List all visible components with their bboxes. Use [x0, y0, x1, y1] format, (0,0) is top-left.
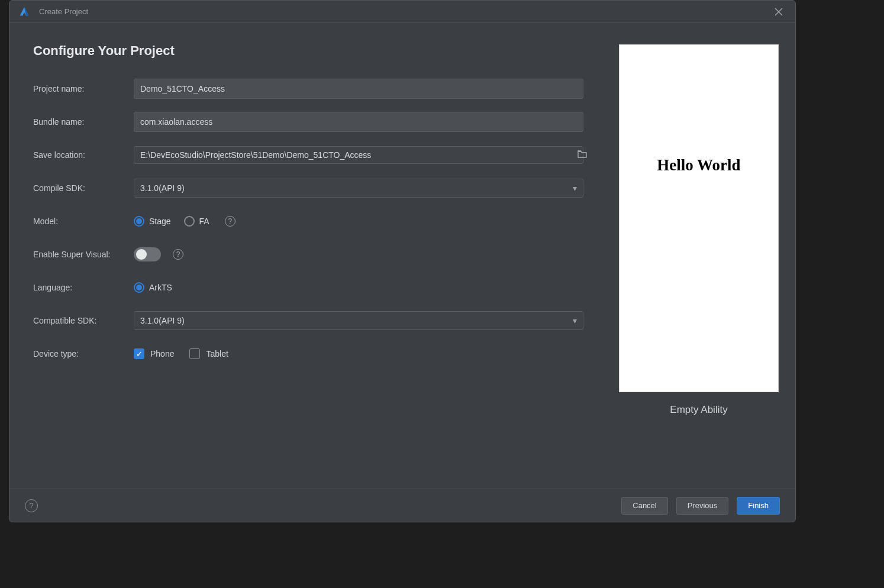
label-model: Model:	[33, 217, 134, 226]
label-project-name: Project name:	[33, 84, 134, 93]
radio-language-arkts[interactable]: ArkTS	[134, 282, 172, 293]
label-enable-super-visual: Enable Super Visual:	[33, 250, 134, 259]
app-logo-icon	[18, 5, 31, 18]
preview-frame: Hello World	[619, 44, 779, 392]
label-device-type: Device type:	[33, 349, 134, 358]
chevron-down-icon: ▾	[573, 316, 577, 325]
check-label-phone: Phone	[150, 349, 174, 358]
preview-column: Hello World Empty Ability	[619, 43, 779, 477]
checkbox-device-tablet[interactable]: ✓ Tablet	[189, 348, 228, 359]
create-project-dialog: Create Project Configure Your Project Pr…	[9, 0, 796, 522]
compile-sdk-select[interactable]: 3.1.0(API 9) ▾	[134, 179, 583, 198]
chevron-down-icon: ▾	[573, 183, 577, 193]
radio-model-stage[interactable]: Stage	[134, 216, 171, 227]
close-button[interactable]	[770, 4, 787, 20]
checkbox-device-phone[interactable]: ✓ Phone	[134, 348, 174, 359]
label-language: Language:	[33, 283, 134, 292]
titlebar-title: Create Project	[39, 7, 88, 16]
project-name-input[interactable]	[134, 79, 583, 99]
compatible-sdk-value: 3.1.0(API 9)	[140, 316, 185, 325]
row-enable-super-visual: Enable Super Visual: ?	[33, 244, 595, 264]
previous-button[interactable]: Previous	[676, 497, 729, 515]
row-save-location: Save location:	[33, 145, 595, 165]
row-device-type: Device type: ✓ Phone ✓ Tablet	[33, 344, 595, 364]
row-compile-sdk: Compile SDK: 3.1.0(API 9) ▾	[33, 178, 595, 198]
enable-super-visual-toggle[interactable]	[134, 247, 161, 261]
row-model: Model: Stage FA ?	[33, 211, 595, 231]
radio-label-fa: FA	[199, 217, 209, 226]
label-bundle-name: Bundle name:	[33, 117, 134, 127]
row-bundle-name: Bundle name:	[33, 112, 595, 132]
cancel-button[interactable]: Cancel	[621, 497, 667, 515]
radio-model-fa[interactable]: FA	[184, 216, 209, 227]
compile-sdk-value: 3.1.0(API 9)	[140, 183, 185, 193]
label-save-location: Save location:	[33, 150, 134, 160]
titlebar: Create Project	[9, 1, 795, 23]
label-compatible-sdk: Compatible SDK:	[33, 316, 134, 325]
row-language: Language: ArkTS	[33, 277, 595, 298]
radio-label-stage: Stage	[149, 217, 171, 226]
preview-caption: Empty Ability	[670, 404, 727, 416]
bundle-name-input[interactable]	[134, 112, 583, 132]
footer-help-icon[interactable]: ?	[25, 499, 38, 512]
radio-label-arkts: ArkTS	[149, 283, 172, 292]
check-label-tablet: Tablet	[206, 349, 228, 358]
form-column: Configure Your Project Project name: Bun…	[33, 43, 595, 477]
super-visual-help-icon[interactable]: ?	[173, 249, 183, 260]
row-project-name: Project name:	[33, 79, 595, 99]
finish-button[interactable]: Finish	[737, 497, 780, 515]
dialog-content: Configure Your Project Project name: Bun…	[9, 23, 795, 489]
browse-folder-icon[interactable]	[577, 150, 587, 160]
compatible-sdk-select[interactable]: 3.1.0(API 9) ▾	[134, 311, 583, 330]
page-title: Configure Your Project	[33, 43, 595, 59]
label-compile-sdk: Compile SDK:	[33, 183, 134, 193]
preview-text: Hello World	[657, 156, 740, 175]
toggle-knob	[136, 249, 147, 260]
model-help-icon[interactable]: ?	[225, 216, 235, 227]
row-compatible-sdk: Compatible SDK: 3.1.0(API 9) ▾	[33, 311, 595, 331]
dialog-footer: ? Cancel Previous Finish	[9, 489, 795, 522]
save-location-input[interactable]	[134, 146, 583, 164]
